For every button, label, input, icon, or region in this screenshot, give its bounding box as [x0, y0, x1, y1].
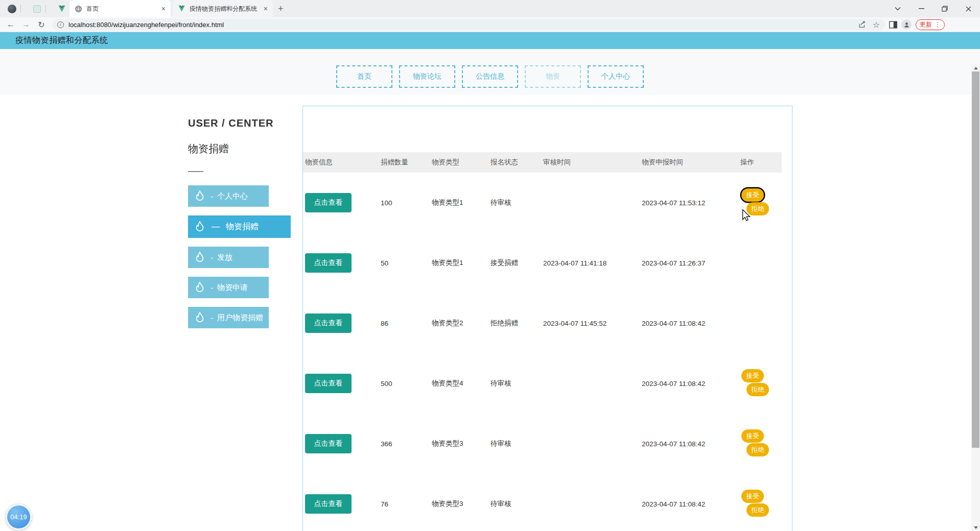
cell-status: 接受捐赠 — [491, 258, 518, 268]
menu-dots-icon[interactable]: ⋮ — [935, 21, 941, 28]
timer-value: 04:19 — [10, 513, 27, 521]
toolbar-right-cluster: 更新 ⋮ — [889, 19, 950, 30]
sidebar-heading: USER / CENTER — [188, 117, 295, 129]
flame-icon — [193, 251, 206, 264]
cell-quantity: 366 — [381, 440, 392, 448]
cell-review-time: 2023-04-07 11:45:52 — [543, 320, 606, 327]
globe-favicon-icon — [75, 5, 82, 13]
info-icon[interactable]: i — [57, 21, 64, 28]
scroll-down-icon[interactable] — [971, 524, 980, 531]
workspace-icon[interactable] — [32, 4, 41, 13]
cell-quantity: 100 — [381, 199, 392, 207]
sidebar-item-label: 用户物资捐赠 — [217, 313, 263, 323]
accept-button[interactable]: 接受 — [741, 369, 764, 382]
nav-item-personal-center[interactable]: 个人中心 — [588, 65, 644, 88]
cell-quantity: 500 — [381, 380, 392, 388]
scrollbar-thumb[interactable] — [972, 71, 979, 448]
dash: - — [211, 283, 213, 292]
cell-quantity: 86 — [381, 320, 388, 327]
close-window-button[interactable] — [956, 0, 980, 17]
tab-close-icon[interactable]: × — [161, 5, 166, 12]
sidebar-toggle-icon[interactable] — [889, 21, 897, 29]
view-detail-button[interactable]: 点击查看 — [305, 193, 352, 212]
address-bar[interactable]: i localhost:8080/wizijuanzenghefenpei/fr… — [52, 19, 885, 31]
nav-item-forum[interactable]: 物资论坛 — [399, 65, 455, 88]
view-detail-button[interactable]: 点击查看 — [305, 313, 352, 333]
tab-title: 首页 — [86, 5, 158, 13]
back-icon[interactable]: ← — [3, 20, 18, 29]
dash: - — [211, 192, 213, 201]
table-row: 点击查看 366 物资类型3 待审核 2023-04-07 11:08:42 接… — [303, 414, 782, 474]
reload-icon[interactable]: ↻ — [34, 20, 49, 30]
sidebar-item-label: 物资捐赠 — [226, 222, 259, 232]
tab-home[interactable]: 首页 × — [69, 0, 171, 17]
page-scrollbar[interactable] — [971, 64, 980, 531]
url-text[interactable]: localhost:8080/wizijuanzenghefenpei/fron… — [68, 21, 858, 29]
mouse-cursor — [740, 208, 752, 224]
sidebar-item-material-donation[interactable]: — 物资捐赠 — [188, 215, 291, 238]
vue-logo-icon — [58, 5, 66, 13]
col-operation: 操作 — [740, 152, 754, 173]
view-detail-button[interactable]: 点击查看 — [305, 253, 352, 273]
cell-status: 待审核 — [491, 198, 511, 207]
col-quantity: 捐赠数量 — [381, 152, 408, 173]
vue-pinned-icon[interactable] — [57, 4, 66, 13]
col-material-info: 物资信息 — [305, 152, 333, 173]
main-nav: 首页 物资论坛 公告信息 物资 个人中心 — [0, 65, 980, 88]
share-icon[interactable] — [858, 20, 867, 29]
browser-menu-chevron-icon[interactable] — [886, 0, 909, 17]
flame-icon — [193, 189, 206, 203]
table-row: 点击查看 100 物资类型1 待审核 2023-04-07 11:53:12 接… — [303, 173, 782, 233]
row-actions: 接受 拒绝 — [740, 369, 777, 398]
sidebar-item-label: 物资申请 — [217, 283, 248, 293]
cell-type: 物资类型2 — [432, 319, 463, 328]
sidebar-item-distribution[interactable]: - 发放 — [188, 247, 269, 268]
new-tab-button[interactable]: + — [278, 4, 284, 14]
col-apply-time: 物资申报时间 — [642, 152, 683, 173]
view-detail-button[interactable]: 点击查看 — [305, 494, 352, 514]
reject-button[interactable]: 拒绝 — [746, 383, 769, 396]
col-type: 物资类型 — [432, 152, 459, 173]
cell-apply-time: 2023-04-07 11:08:42 — [642, 500, 705, 508]
profile-avatar[interactable] — [901, 19, 912, 30]
reject-button[interactable]: 拒绝 — [746, 503, 769, 517]
scroll-up-icon[interactable] — [971, 64, 980, 71]
forward-icon[interactable]: → — [18, 20, 34, 29]
sidebar-item-user-material-donation[interactable]: - 用户物资捐赠 — [188, 307, 269, 328]
row-actions: 接受 拒绝 — [740, 429, 777, 458]
tab-system[interactable]: 疫情物资捐赠和分配系统 × — [173, 0, 273, 17]
browser-tab-strip: 首页 × 疫情物资捐赠和分配系统 × + — [0, 0, 980, 17]
nav-item-materials[interactable]: 物资 — [525, 65, 581, 88]
accept-button[interactable]: 接受 — [741, 490, 764, 503]
update-label: 更新 — [920, 20, 932, 29]
nav-item-announcements[interactable]: 公告信息 — [462, 65, 518, 88]
divider — [188, 171, 203, 172]
vue-favicon-icon — [178, 5, 185, 12]
cell-apply-time: 2023-04-07 11:08:42 — [642, 440, 705, 448]
sidebar: USER / CENTER 物资捐赠 - 个人中心 — 物资捐赠 - 发放 — [188, 117, 295, 337]
table-row: 点击查看 500 物资类型4 待审核 2023-04-07 11:08:42 接… — [303, 353, 782, 414]
sidebar-item-personal-center[interactable]: - 个人中心 — [188, 185, 269, 207]
view-detail-button[interactable]: 点击查看 — [305, 374, 352, 393]
reject-button[interactable]: 拒绝 — [746, 443, 769, 456]
update-button[interactable]: 更新 ⋮ — [916, 19, 945, 30]
bookmark-star-icon[interactable]: ☆ — [873, 20, 880, 30]
sidebar-item-material-application[interactable]: - 物资申请 — [188, 277, 269, 298]
separator — [20, 5, 21, 13]
accept-button[interactable]: 接受 — [741, 429, 764, 443]
minimize-button[interactable] — [909, 0, 933, 17]
view-detail-button[interactable]: 点击查看 — [305, 434, 352, 453]
restore-button[interactable] — [933, 0, 956, 17]
separator — [45, 5, 46, 13]
cell-apply-time: 2023-04-07 11:53:12 — [642, 199, 705, 207]
sidebar-item-label: 个人中心 — [217, 191, 248, 201]
flame-icon — [193, 220, 206, 233]
nav-item-home[interactable]: 首页 — [336, 65, 392, 88]
browser-logo-icon[interactable] — [7, 4, 16, 13]
tab-close-icon[interactable]: × — [264, 5, 268, 12]
cell-apply-time: 2023-04-07 11:08:42 — [642, 320, 705, 327]
sidebar-subheading: 物资捐赠 — [188, 142, 295, 156]
accept-button[interactable]: 接受 — [741, 188, 764, 202]
donation-table: 物资信息 捐赠数量 物资类型 报名状态 审核时间 物资申报时间 操作 点击查看 … — [303, 106, 782, 531]
col-status: 报名状态 — [491, 152, 518, 173]
